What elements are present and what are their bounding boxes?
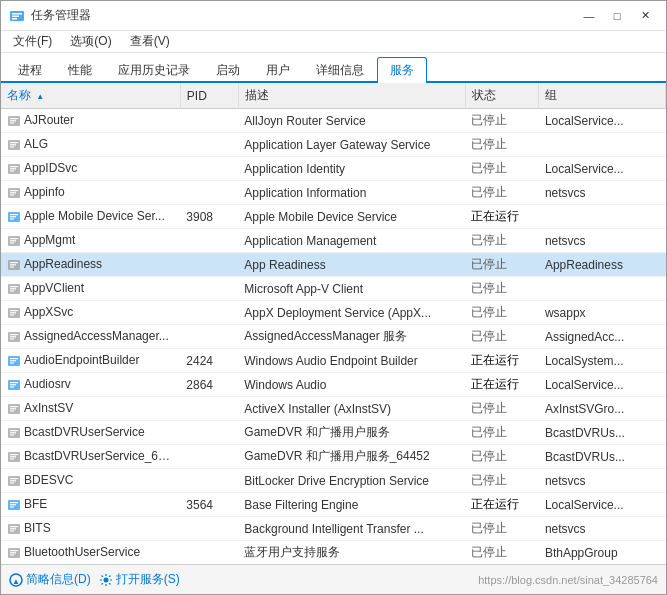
col-header-desc[interactable]: 描述 bbox=[238, 83, 465, 109]
close-button[interactable]: ✕ bbox=[632, 6, 658, 26]
title-text: 任务管理器 bbox=[31, 7, 91, 24]
cell-desc: GameDVR 和广播用户服务 bbox=[238, 421, 465, 445]
table-row[interactable]: AppXSvc AppX Deployment Service (AppX...… bbox=[1, 301, 666, 325]
cell-pid bbox=[180, 301, 238, 325]
col-header-pid[interactable]: PID bbox=[180, 83, 238, 109]
table-row[interactable]: BDESVC BitLocker Drive Encryption Servic… bbox=[1, 469, 666, 493]
service-icon bbox=[7, 354, 21, 368]
tab-startup[interactable]: 启动 bbox=[203, 57, 253, 83]
svg-rect-43 bbox=[10, 338, 14, 339]
svg-rect-54 bbox=[10, 408, 16, 409]
tab-users[interactable]: 用户 bbox=[253, 57, 303, 83]
svg-rect-42 bbox=[10, 336, 16, 337]
table-row[interactable]: AppReadiness App Readiness 已停止 AppReadin… bbox=[1, 253, 666, 277]
table-row[interactable]: BcastDVRUserService GameDVR 和广播用户服务 已停止 … bbox=[1, 421, 666, 445]
col-header-status[interactable]: 状态 bbox=[465, 83, 539, 109]
table-row[interactable]: Audiosrv 2864 Windows Audio 正在运行 LocalSe… bbox=[1, 373, 666, 397]
table-row[interactable]: BcastDVRUserService_64... GameDVR 和广播用户服… bbox=[1, 445, 666, 469]
tab-performance[interactable]: 性能 bbox=[55, 57, 105, 83]
table-row[interactable]: BITS Background Intelligent Transfer ...… bbox=[1, 517, 666, 541]
cell-desc: Windows Audio bbox=[238, 373, 465, 397]
cell-name: BDESVC bbox=[1, 469, 180, 493]
svg-rect-15 bbox=[10, 170, 14, 171]
table-row[interactable]: AppMgmt Application Management 已停止 netsv… bbox=[1, 229, 666, 253]
col-header-group[interactable]: 组 bbox=[539, 83, 666, 109]
title-bar-left: 任务管理器 bbox=[9, 7, 91, 24]
svg-rect-33 bbox=[10, 286, 18, 287]
cell-group bbox=[539, 205, 666, 229]
cell-pid: 2424 bbox=[180, 349, 238, 373]
tab-services[interactable]: 服务 bbox=[377, 57, 427, 83]
svg-rect-51 bbox=[10, 386, 14, 387]
svg-rect-45 bbox=[10, 358, 18, 359]
tab-details[interactable]: 详细信息 bbox=[303, 57, 377, 83]
cell-desc: Application Layer Gateway Service bbox=[238, 133, 465, 157]
service-icon bbox=[7, 450, 21, 464]
cell-group: AxInstSVGro... bbox=[539, 397, 666, 421]
open-service-link[interactable]: 打开服务(S) bbox=[99, 571, 180, 588]
cell-desc: AllJoyn Router Service bbox=[238, 109, 465, 133]
svg-rect-66 bbox=[10, 480, 16, 481]
svg-rect-75 bbox=[10, 530, 14, 531]
cell-status: 正在运行 bbox=[465, 205, 539, 229]
cell-group: wsappx bbox=[539, 301, 666, 325]
cell-pid: 3564 bbox=[180, 493, 238, 517]
svg-rect-9 bbox=[10, 142, 18, 143]
table-row[interactable]: AssignedAccessManager... AssignedAccessM… bbox=[1, 325, 666, 349]
table-row[interactable]: ALG Application Layer Gateway Service 已停… bbox=[1, 133, 666, 157]
svg-rect-59 bbox=[10, 434, 14, 435]
menu-view[interactable]: 查看(V) bbox=[122, 31, 178, 52]
main-content: 名称 ▲ PID 描述 状态 组 AJRouter bbox=[1, 83, 666, 564]
cell-status: 已停止 bbox=[465, 229, 539, 253]
maximize-button[interactable]: □ bbox=[604, 6, 630, 26]
menu-options[interactable]: 选项(O) bbox=[62, 31, 119, 52]
tab-bar: 进程 性能 应用历史记录 启动 用户 详细信息 服务 bbox=[1, 53, 666, 83]
cell-name: Apple Mobile Device Ser... bbox=[1, 205, 180, 229]
svg-rect-34 bbox=[10, 288, 16, 289]
cell-status: 已停止 bbox=[465, 277, 539, 301]
cell-name: AppXSvc bbox=[1, 301, 180, 325]
svg-rect-77 bbox=[10, 550, 18, 551]
cell-status: 已停止 bbox=[465, 181, 539, 205]
svg-rect-1 bbox=[12, 13, 22, 15]
sort-arrow-icon: ▲ bbox=[36, 92, 44, 101]
menu-file[interactable]: 文件(F) bbox=[5, 31, 60, 52]
svg-rect-53 bbox=[10, 406, 18, 407]
cell-desc: ActiveX Installer (AxInstSV) bbox=[238, 397, 465, 421]
cell-status: 正在运行 bbox=[465, 349, 539, 373]
col-header-name[interactable]: 名称 ▲ bbox=[1, 83, 180, 109]
table-row[interactable]: BluetoothUserService 蓝牙用户支持服务 已停止 BthApp… bbox=[1, 541, 666, 565]
svg-rect-35 bbox=[10, 290, 14, 291]
cell-group: netsvcs bbox=[539, 469, 666, 493]
cell-name: AppMgmt bbox=[1, 229, 180, 253]
table-row[interactable]: BFE 3564 Base Filtering Engine 正在运行 Loca… bbox=[1, 493, 666, 517]
cell-desc: GameDVR 和广播用户服务_64452 bbox=[238, 445, 465, 469]
summary-info-link[interactable]: ▲ 简略信息(D) bbox=[9, 571, 91, 588]
tab-app-history[interactable]: 应用历史记录 bbox=[105, 57, 203, 83]
cell-name: BFE bbox=[1, 493, 180, 517]
cell-group: LocalService... bbox=[539, 493, 666, 517]
svg-point-90 bbox=[103, 577, 108, 582]
table-row[interactable]: AppVClient Microsoft App-V Client 已停止 bbox=[1, 277, 666, 301]
services-table-container[interactable]: 名称 ▲ PID 描述 状态 组 AJRouter bbox=[1, 83, 666, 564]
cell-group: netsvcs bbox=[539, 229, 666, 253]
minimize-button[interactable]: — bbox=[576, 6, 602, 26]
service-icon bbox=[7, 402, 21, 416]
cell-group bbox=[539, 277, 666, 301]
table-row[interactable]: Apple Mobile Device Ser... 3908 Apple Mo… bbox=[1, 205, 666, 229]
cell-name: BcastDVRUserService bbox=[1, 421, 180, 445]
service-icon bbox=[7, 162, 21, 176]
tab-processes[interactable]: 进程 bbox=[5, 57, 55, 83]
cell-status: 已停止 bbox=[465, 253, 539, 277]
service-icon bbox=[7, 210, 21, 224]
app-icon bbox=[9, 8, 25, 24]
table-row[interactable]: Appinfo Application Information 已停止 nets… bbox=[1, 181, 666, 205]
svg-rect-37 bbox=[10, 310, 18, 311]
table-row[interactable]: AxInstSV ActiveX Installer (AxInstSV) 已停… bbox=[1, 397, 666, 421]
service-icon bbox=[7, 306, 21, 320]
summary-icon: ▲ bbox=[9, 573, 23, 587]
table-row[interactable]: AudioEndpointBuilder 2424 Windows Audio … bbox=[1, 349, 666, 373]
table-row[interactable]: AJRouter AllJoyn Router Service 已停止 Loca… bbox=[1, 109, 666, 133]
cell-desc: App Readiness bbox=[238, 253, 465, 277]
table-row[interactable]: AppIDSvc Application Identity 已停止 LocalS… bbox=[1, 157, 666, 181]
